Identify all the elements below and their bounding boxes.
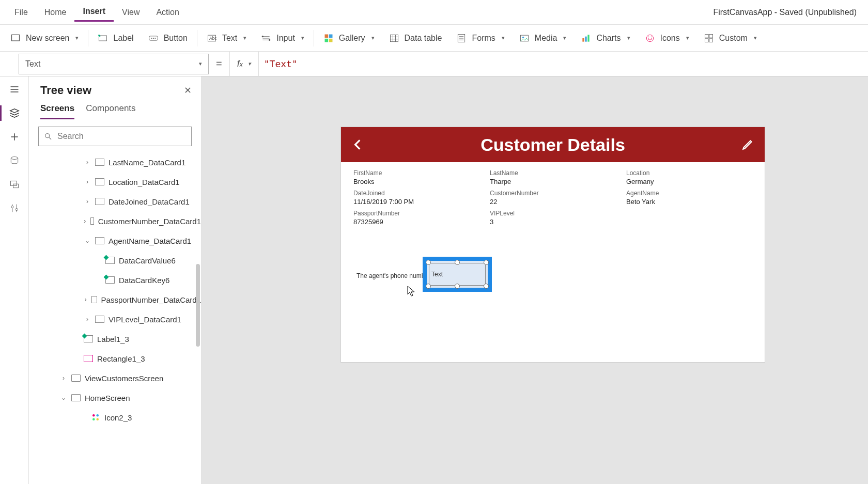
tab-screens[interactable]: Screens: [40, 103, 74, 119]
tab-components[interactable]: Components: [86, 103, 135, 119]
svg-point-27: [522, 36, 524, 38]
data-table-icon: [389, 33, 399, 43]
menu-home[interactable]: Home: [36, 4, 75, 21]
svg-rect-37: [709, 38, 713, 42]
chevron-down-icon: ▾: [301, 35, 304, 41]
label-icon: [98, 33, 108, 43]
media-rail-icon[interactable]: [9, 179, 20, 190]
custom-icon: [704, 33, 714, 43]
chevron-down-icon[interactable]: ⌄: [84, 237, 91, 244]
media-dropdown[interactable]: Media▾: [512, 25, 574, 51]
tree-node-datacardkey6[interactable]: DataCardKey6: [29, 270, 201, 290]
menu-file[interactable]: File: [6, 4, 36, 21]
svg-line-51: [49, 137, 51, 139]
svg-rect-13: [324, 34, 328, 38]
fx-button[interactable]: fx▾: [229, 52, 259, 76]
data-icon[interactable]: [9, 155, 20, 166]
back-icon[interactable]: [351, 138, 365, 151]
chevron-down-icon: ▾: [75, 35, 79, 41]
svg-rect-0: [12, 35, 20, 41]
menu-insert[interactable]: Insert: [74, 3, 114, 22]
text-dropdown[interactable]: Abc Text▾: [199, 25, 254, 51]
tree-node-datejoined[interactable]: ›DateJoined_DataCard1: [29, 192, 201, 211]
menu-view[interactable]: View: [114, 4, 148, 21]
tree-node-agentname[interactable]: ⌄AgentName_DataCard1: [29, 231, 201, 251]
edit-icon[interactable]: [741, 138, 754, 151]
svg-rect-36: [705, 38, 708, 42]
tree-node-icon2-3[interactable]: Icon2_3: [29, 408, 201, 427]
formula-bar: Text ▾ = fx▾ "Text": [0, 52, 868, 76]
resize-handle[interactable]: [455, 284, 460, 289]
custom-dropdown[interactable]: Custom▾: [696, 25, 764, 51]
resize-handle[interactable]: [426, 260, 431, 265]
tree-view-icon[interactable]: [9, 107, 20, 119]
tree-view-panel: Tree view ✕ Screens Components Search ›L…: [29, 76, 202, 484]
svg-point-50: [45, 134, 50, 138]
svg-rect-14: [329, 34, 333, 38]
screen-title: Customer Details: [365, 135, 741, 155]
card-viplevel: VIPLevel3: [490, 210, 616, 226]
property-selector[interactable]: Text ▾: [19, 54, 209, 74]
forms-dropdown[interactable]: Forms▾: [449, 25, 512, 51]
chevron-down-icon[interactable]: ⌄: [60, 394, 67, 401]
formula-input[interactable]: "Text": [259, 58, 298, 69]
svg-rect-35: [709, 34, 713, 38]
card-datejoined: DateJoined11/16/2019 7:00 PM: [353, 190, 479, 206]
svg-rect-16: [329, 38, 333, 42]
svg-point-52: [92, 414, 95, 417]
left-rail: [0, 76, 29, 484]
menu-bar: File Home Insert View Action FirstCanvas…: [0, 0, 868, 25]
resize-handle[interactable]: [455, 260, 460, 265]
svg-rect-30: [588, 35, 590, 41]
svg-point-3: [151, 38, 152, 39]
advanced-tools-icon[interactable]: [9, 202, 20, 214]
svg-point-49: [16, 208, 18, 210]
icons-dropdown[interactable]: Icons▾: [638, 25, 696, 51]
resize-handle[interactable]: [484, 260, 489, 265]
button-button[interactable]: Button: [141, 25, 195, 51]
gallery-dropdown[interactable]: Gallery▾: [316, 25, 382, 51]
card-location: LocationGermany: [626, 169, 752, 185]
chevron-down-icon: ▾: [371, 35, 375, 41]
insert-icon[interactable]: [9, 131, 20, 143]
forms-icon: [456, 33, 467, 43]
tree-node-homescreen[interactable]: ⌄HomeScreen: [29, 388, 201, 408]
data-table-button[interactable]: Data table: [382, 25, 450, 51]
svg-rect-15: [324, 38, 328, 42]
chevron-down-icon: ▾: [627, 35, 630, 41]
chevron-down-icon: ▾: [248, 60, 251, 67]
device-preview[interactable]: Customer Details FirstNameBrooks LastNam…: [341, 127, 765, 362]
tree-node-viplevel[interactable]: ›VIPLevel_DataCard1: [29, 309, 201, 329]
input-dropdown[interactable]: Input▾: [254, 25, 312, 51]
canvas[interactable]: Customer Details FirstNameBrooks LastNam…: [202, 76, 868, 484]
tree-node-lastname[interactable]: ›LastName_DataCard1: [29, 152, 201, 172]
search-input[interactable]: Search: [38, 127, 192, 146]
scrollbar-thumb[interactable]: [196, 264, 200, 347]
label-button[interactable]: Label: [90, 25, 141, 51]
hamburger-icon[interactable]: [9, 84, 20, 95]
tree-node-location[interactable]: ›Location_DataCard1: [29, 172, 201, 192]
close-icon[interactable]: ✕: [184, 85, 192, 96]
svg-text:Abc: Abc: [209, 36, 216, 41]
resize-handle[interactable]: [484, 284, 489, 289]
selected-label-control[interactable]: Text: [423, 257, 492, 292]
tree-node-viewcustomers[interactable]: ›ViewCustomersScreen: [29, 368, 201, 388]
charts-dropdown[interactable]: Charts▾: [574, 25, 637, 51]
svg-rect-34: [705, 34, 708, 38]
new-screen-button[interactable]: New screen▾: [3, 25, 86, 51]
resize-handle[interactable]: [426, 284, 431, 289]
tree-node-datacardvalue6[interactable]: DataCardValue6: [29, 251, 201, 270]
tree-node-passport[interactable]: ›PassportNumber_DataCard1: [29, 290, 201, 309]
tree-node-label1-3[interactable]: Label1_3: [29, 329, 201, 349]
tree-node-customernumber[interactable]: ›CustomerNumber_DataCard1: [29, 211, 201, 231]
svg-rect-44: [10, 181, 17, 185]
form-area: FirstNameBrooks LastNameTharpe LocationG…: [341, 162, 765, 233]
menu-action[interactable]: Action: [148, 4, 187, 21]
tree-list[interactable]: ›LastName_DataCard1 ›Location_DataCard1 …: [29, 150, 201, 484]
text-icon: Abc: [207, 33, 217, 43]
card-passport: PassportNumber87325969: [353, 210, 479, 226]
svg-rect-17: [390, 35, 398, 41]
tree-node-rectangle1-3[interactable]: Rectangle1_3: [29, 349, 201, 368]
gallery-icon: [323, 33, 334, 43]
svg-point-12: [269, 39, 270, 40]
